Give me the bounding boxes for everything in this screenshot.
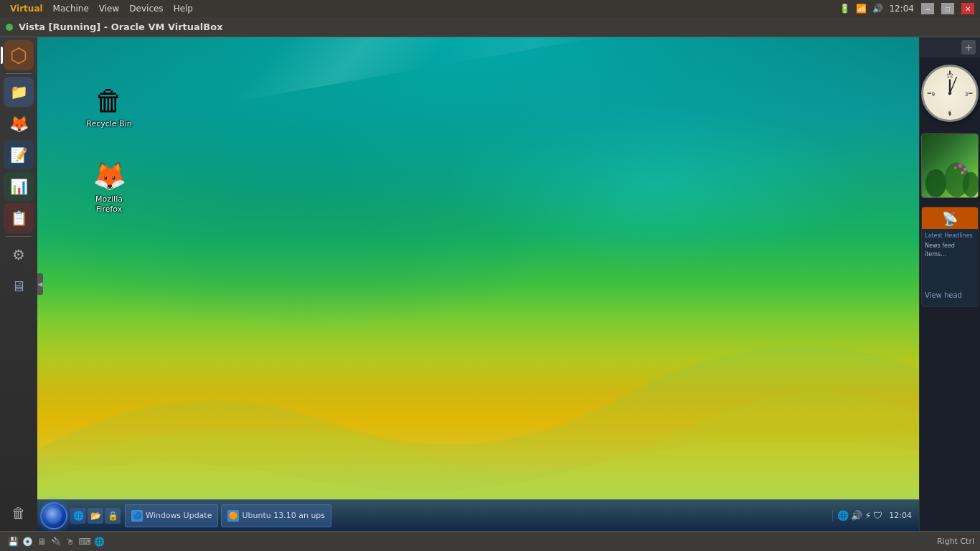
vm-icon: 🖥 bbox=[11, 278, 26, 295]
svg-text:6: 6 bbox=[948, 110, 952, 116]
vm-running-indicator bbox=[6, 24, 13, 31]
sidebar-icon-ubuntu-home[interactable]: ⬡ bbox=[4, 40, 34, 70]
svg-point-16 bbox=[961, 171, 964, 174]
settings-icon: ⚙ bbox=[12, 246, 25, 263]
menu-machine[interactable]: Machine bbox=[49, 4, 93, 14]
ubuntu-topbar: Virtual Machine View Devices Help 🔋 📶 🔊 … bbox=[0, 0, 980, 17]
ubuntu-window-label: Ubuntu 13.10 an ups bbox=[242, 511, 325, 520]
battery-icon: 🔋 bbox=[839, 4, 850, 14]
clock-svg: 12 3 6 9 bbox=[923, 67, 976, 120]
files-icon: 📁 bbox=[10, 83, 28, 100]
sidebar-icon-settings[interactable]: ⚙ bbox=[4, 240, 34, 270]
sidebar-icon-files[interactable]: 📁 bbox=[4, 77, 34, 107]
right-panel: + 12 3 6 9 bbox=[919, 37, 980, 531]
wifi-icon: 📶 bbox=[856, 4, 867, 14]
rss-header: 📡 bbox=[922, 207, 978, 229]
rss-widget: 📡 Latest Headlines News feed items... Vi… bbox=[921, 207, 979, 307]
rss-icon: 📡 bbox=[942, 211, 958, 226]
sidebar-divider-2 bbox=[6, 236, 32, 237]
window-restore-button[interactable]: □ bbox=[941, 3, 954, 14]
windows-update-icon: 🔵 bbox=[131, 510, 143, 522]
tray-update-icon[interactable]: 🛡 bbox=[873, 510, 882, 521]
taskbar-tray: 🌐 🔊 ⚡ 🛡 12:04 bbox=[832, 510, 916, 521]
nature-photo-widget bbox=[921, 133, 979, 198]
start-orb bbox=[46, 508, 62, 524]
svg-text:3: 3 bbox=[965, 91, 969, 98]
vista-start-button[interactable] bbox=[40, 502, 67, 529]
firefox-desktop-label: MozillaFirefox bbox=[95, 194, 123, 215]
svg-line-9 bbox=[950, 77, 956, 93]
firefox-desktop-image: 🦊 bbox=[92, 159, 126, 193]
ql3-icon: 🔒 bbox=[108, 511, 118, 521]
vbox-titlebar: Vista [Running] - Oracle VM VirtualBox bbox=[0, 17, 980, 37]
calc-icon: 📊 bbox=[10, 178, 28, 195]
sidebar-icon-impress[interactable]: 📋 bbox=[4, 203, 34, 233]
ubuntu-window-icon: 🟠 bbox=[227, 510, 239, 522]
sidebar-expand-handle[interactable]: ◀ bbox=[37, 273, 43, 295]
window-close-button[interactable]: ✕ bbox=[961, 3, 974, 14]
add-widget-button[interactable]: + bbox=[961, 40, 976, 55]
svg-point-11 bbox=[925, 169, 946, 197]
tray-volume-icon[interactable]: 🔊 bbox=[851, 510, 862, 521]
ie-icon: 🌐 bbox=[73, 511, 84, 521]
tray-power-icon[interactable]: ⚡ bbox=[864, 510, 871, 521]
sidebar-icon-trash[interactable]: 🗑 bbox=[4, 498, 34, 528]
sidebar-icon-vm[interactable]: 🖥 bbox=[4, 271, 34, 301]
menu-devices[interactable]: Devices bbox=[125, 4, 167, 14]
window-minimize-button[interactable]: – bbox=[921, 3, 934, 14]
windows-update-label: Windows Update bbox=[146, 511, 212, 520]
impress-icon: 📋 bbox=[10, 209, 28, 227]
tray-network-icon[interactable]: 🌐 bbox=[837, 510, 849, 521]
status-storage-icon[interactable]: 💾 bbox=[6, 534, 20, 549]
sidebar-icon-calc[interactable]: 📊 bbox=[4, 171, 34, 202]
quick-launch-3[interactable]: 🔒 bbox=[105, 508, 121, 524]
taskbar-windows-update[interactable]: 🔵 Windows Update bbox=[125, 504, 218, 527]
vista-wave-svg bbox=[37, 260, 919, 531]
clock-widget: 12 3 6 9 bbox=[921, 65, 979, 122]
ubuntu-home-icon: ⬡ bbox=[10, 44, 27, 67]
sidebar-icon-writer[interactable]: 📝 bbox=[4, 140, 34, 170]
status-display-icon[interactable]: 🖥 bbox=[34, 534, 49, 549]
trash-sidebar-icon: 🗑 bbox=[11, 504, 26, 522]
ubuntu-sidebar: ⬡ 📁 🦊 📝 📊 📋 bbox=[0, 37, 37, 531]
recycle-bin-image: 🗑 bbox=[92, 83, 126, 118]
writer-icon: 📝 bbox=[10, 146, 28, 164]
status-cd-icon[interactable]: 💿 bbox=[20, 534, 34, 549]
volume-icon: 🔊 bbox=[872, 4, 883, 14]
clock-face: 12 3 6 9 bbox=[921, 65, 979, 122]
view-head-label: View head bbox=[925, 291, 962, 299]
taskbar-ubuntu-window[interactable]: 🟠 Ubuntu 13.10 an ups bbox=[221, 504, 331, 527]
status-usb-icon[interactable]: 🔌 bbox=[49, 534, 63, 549]
recycle-bin-label: Recycle Bin bbox=[86, 119, 131, 129]
right-ctrl-label: Right Ctrl bbox=[937, 537, 974, 546]
sidebar-icon-firefox[interactable]: 🦊 bbox=[4, 108, 34, 138]
svg-point-15 bbox=[963, 167, 967, 171]
mozilla-firefox-icon[interactable]: 🦊 MozillaFirefox bbox=[80, 156, 138, 218]
explorer-icon: 📂 bbox=[90, 511, 101, 521]
svg-text:12: 12 bbox=[946, 72, 953, 79]
vista-taskbar: 🌐 📂 🔒 🔵 Windows Update 🟠 Ubunt bbox=[37, 499, 919, 531]
topbar-clock: 12:04 bbox=[889, 4, 914, 14]
status-network-icon[interactable]: 🌐 bbox=[92, 534, 106, 549]
topbar-right: 🔋 📶 🔊 12:04 – □ ✕ bbox=[839, 3, 974, 14]
virtualbox-window: Virtual Machine View Devices Help 🔋 📶 🔊 … bbox=[0, 0, 980, 551]
vista-desktop[interactable]: 🗑 Recycle Bin 🦊 MozillaFirefox 🌐 bbox=[37, 37, 919, 531]
quick-launch-ie[interactable]: 🌐 bbox=[70, 508, 86, 524]
taskbar-quick-launch: 🌐 📂 🔒 bbox=[70, 508, 121, 524]
status-mouse-icon[interactable]: 🖱 bbox=[63, 534, 77, 549]
vm-main-area: ⬡ 📁 🦊 📝 📊 📋 bbox=[0, 37, 980, 531]
status-keyboard-icon[interactable]: ⌨ bbox=[77, 534, 92, 549]
quick-launch-explorer[interactable]: 📂 bbox=[88, 508, 103, 524]
taskbar-clock[interactable]: 12:04 bbox=[885, 510, 912, 521]
right-panel-header: + bbox=[920, 37, 980, 57]
svg-text:9: 9 bbox=[932, 91, 936, 98]
window-title: Vista [Running] - Oracle VM VirtualBox bbox=[19, 22, 974, 32]
menu-view[interactable]: View bbox=[95, 4, 123, 14]
sidebar-divider-1 bbox=[6, 73, 32, 74]
svg-point-14 bbox=[958, 164, 963, 168]
nature-svg bbox=[922, 134, 978, 197]
recycle-bin-icon[interactable]: 🗑 Recycle Bin bbox=[80, 80, 138, 132]
rss-content: Latest Headlines News feed items... bbox=[922, 229, 978, 262]
menu-help[interactable]: Help bbox=[169, 4, 197, 14]
svg-point-10 bbox=[948, 92, 952, 95]
